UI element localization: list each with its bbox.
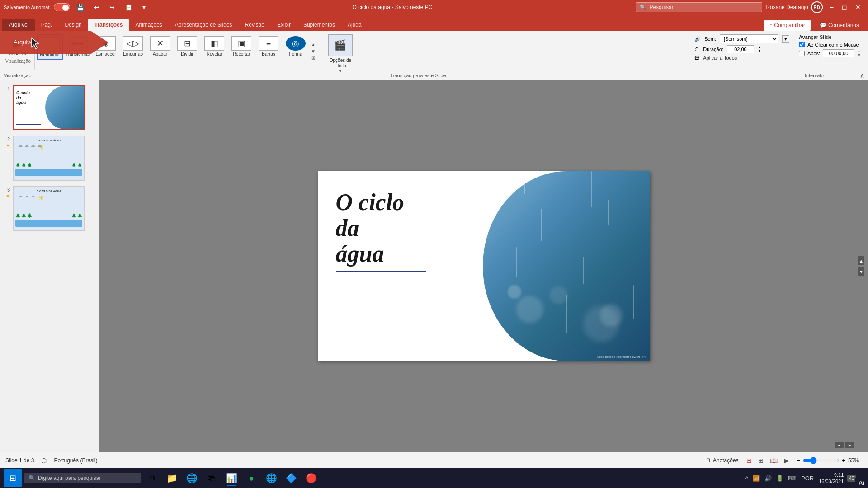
transition-esmaecer-icon: ◈ bbox=[96, 36, 116, 51]
tab-suplementos[interactable]: Suplementos bbox=[297, 19, 341, 31]
slide-thumbnail-1[interactable]: O ciclodaágua bbox=[13, 85, 85, 130]
after-up[interactable]: ▲ bbox=[857, 49, 861, 53]
zoom-slider[interactable] bbox=[803, 457, 839, 464]
taskbar-time[interactable]: 9:11 16/03/2021 bbox=[819, 472, 844, 485]
canvas-scroll-up[interactable]: ▲ bbox=[858, 256, 864, 265]
apply-all-button[interactable]: Aplicar a Todos bbox=[703, 55, 737, 61]
reading-view-button[interactable]: 📖 bbox=[768, 455, 780, 465]
network-icon[interactable]: 📶 bbox=[751, 474, 761, 483]
taskbar-app-explorer[interactable]: 📁 bbox=[163, 469, 181, 487]
rain-drops bbox=[483, 171, 650, 361]
taskbar-app-green[interactable]: ● bbox=[242, 469, 260, 487]
language-indicator[interactable]: POR bbox=[800, 474, 815, 483]
zoom-percent[interactable]: 55% bbox=[848, 457, 863, 464]
transition-empurrao-icon: ◁▷ bbox=[123, 36, 143, 51]
slide-star-3: ★ bbox=[6, 193, 10, 198]
canvas-scroll-right[interactable]: ► bbox=[845, 442, 854, 448]
transition-revelar[interactable]: ◧ Revelar bbox=[201, 34, 227, 58]
zoom-out-button[interactable]: − bbox=[797, 457, 800, 464]
taskbar-app-blue[interactable]: 🔷 bbox=[282, 469, 300, 487]
tab-apresentacao[interactable]: Apresentação de Slides bbox=[169, 19, 239, 31]
transition-esmaecer[interactable]: ◈ Esmaecer bbox=[93, 34, 119, 58]
tab-animacoes[interactable]: Animações bbox=[129, 19, 168, 31]
duration-input[interactable] bbox=[727, 45, 754, 53]
gallery-expand[interactable]: ⊞ bbox=[310, 55, 317, 61]
on-click-checkbox[interactable] bbox=[799, 42, 805, 47]
slide-thumb-1[interactable]: 1 O ciclodaágua bbox=[2, 84, 97, 131]
share-button[interactable]: ↑ Compartilhar bbox=[764, 20, 811, 31]
customize-button[interactable]: ▾ bbox=[139, 2, 149, 13]
after-time-input[interactable] bbox=[823, 49, 854, 57]
after-down[interactable]: ▼ bbox=[857, 53, 861, 57]
effect-options-button[interactable]: 🎬 bbox=[328, 34, 353, 56]
transition-apagar[interactable]: ✕ Apagar bbox=[147, 34, 173, 58]
notes-button[interactable]: 🗒 Anotações bbox=[706, 457, 739, 464]
save-button[interactable]: 💾 bbox=[73, 2, 88, 13]
transition-recortar[interactable]: ▣ Recortar bbox=[228, 34, 255, 58]
minimize-button[interactable]: − bbox=[826, 2, 837, 13]
slide-canvas[interactable]: O ciclo da água bbox=[318, 171, 650, 361]
transition-none[interactable]: □ Nenhuma bbox=[37, 34, 63, 60]
slide-thumb-3[interactable]: 3 ★ O CICLO DA ÁGUA ☀ ☁ ☁ ☁ 🌲 🌲 🌲 bbox=[2, 185, 97, 232]
gallery-scroll-up[interactable]: ▲ bbox=[310, 42, 317, 47]
transition-forma[interactable]: ◎ Forma bbox=[283, 34, 309, 58]
ribbon-collapse-button[interactable]: ∧ bbox=[860, 72, 864, 79]
taskbar-app-edge[interactable]: 🌐 bbox=[183, 469, 201, 487]
avatar[interactable]: RD bbox=[811, 1, 823, 13]
sound-select[interactable]: [Sem som] bbox=[720, 34, 778, 43]
after-checkbox[interactable] bbox=[799, 51, 805, 56]
duration-down[interactable]: ▼ bbox=[758, 49, 761, 53]
sys-icons: ^ 📶 🔊 🔋 ⌨ POR bbox=[744, 474, 815, 483]
undo-button[interactable]: ↩ bbox=[90, 2, 103, 13]
battery-icon[interactable]: 🔋 bbox=[775, 474, 785, 483]
transition-empurrao[interactable]: ◁▷ Empurrão bbox=[120, 34, 146, 58]
taskbar-app-store[interactable]: 🛍 bbox=[203, 469, 221, 487]
task-view-button[interactable]: ⧉ bbox=[143, 469, 161, 487]
zoom-in-button[interactable]: + bbox=[842, 457, 845, 464]
preview-button[interactable]: ▶ Visualizar bbox=[5, 34, 30, 57]
taskbar-app-red2[interactable]: 🔴 bbox=[302, 469, 320, 487]
taskbar-app-powerpoint[interactable]: 📊 bbox=[222, 469, 241, 487]
transition-barras[interactable]: ≡ Barras bbox=[255, 34, 282, 58]
taskbar-search[interactable]: 🔍 Digite aqui para pesquisar bbox=[24, 473, 141, 483]
comments-button[interactable]: 💬 Comentários bbox=[814, 20, 864, 31]
search-bar[interactable]: 🔍 Pesquisar bbox=[636, 2, 762, 12]
grid-view-button[interactable]: ⊞ bbox=[756, 455, 766, 465]
canvas-scroll-left[interactable]: ◄ bbox=[835, 442, 844, 448]
close-button[interactable]: ✕ bbox=[852, 2, 864, 13]
quick-access-button[interactable]: 📋 bbox=[121, 2, 136, 13]
tab-exibir[interactable]: Exibir bbox=[271, 19, 297, 31]
taskbar-search-icon: 🔍 bbox=[28, 475, 35, 481]
slide-thumbnail-2[interactable]: O CICLO DA ÁGUA ☀ ☁ ☁ ☁ ☁ 🌲 🌲 🌲 🌲 bbox=[13, 136, 85, 181]
canvas-area: ▲ ▼ ◄ ► O ciclo da água bbox=[99, 80, 868, 452]
zoom-control: − + 55% bbox=[797, 457, 863, 464]
gallery-scroll-down[interactable]: ▼ bbox=[310, 48, 317, 54]
sound-dropdown[interactable]: ▾ bbox=[782, 35, 789, 43]
autosave-toggle[interactable] bbox=[54, 3, 70, 11]
tab-design[interactable]: Design bbox=[58, 19, 88, 31]
tab-arquivo[interactable]: Arquivo bbox=[2, 19, 35, 31]
tab-revisao[interactable]: Revisão bbox=[239, 19, 271, 31]
language-label[interactable]: Português (Brasil) bbox=[54, 457, 97, 464]
effect-options-dropdown-icon[interactable]: ▾ bbox=[339, 69, 341, 74]
title-bar: Salvamento Automát. 💾 ↩ ↪ 📋 ▾ O ciclo da… bbox=[0, 0, 868, 14]
powerpoint-icon: 📊 bbox=[226, 473, 237, 483]
taskbar-app-chrome[interactable]: 🌐 bbox=[262, 469, 280, 487]
volume-icon[interactable]: 🔊 bbox=[763, 474, 773, 483]
slide-thumbnail-3[interactable]: O CICLO DA ÁGUA ☀ ☁ ☁ ☁ 🌲 🌲 🌲 🌲 🌲 bbox=[13, 186, 85, 231]
chevron-up-icon[interactable]: ^ bbox=[744, 474, 750, 483]
redo-button[interactable]: ↪ bbox=[106, 2, 118, 13]
canvas-scroll-down[interactable]: ▼ bbox=[858, 267, 864, 276]
transition-recortar-icon: ▣ bbox=[231, 36, 251, 51]
tab-pagina[interactable]: Pág. bbox=[35, 19, 59, 31]
restore-button[interactable]: ◻ bbox=[838, 2, 851, 13]
tab-ajuda[interactable]: Ajuda bbox=[341, 19, 368, 31]
start-button[interactable]: ⊞ bbox=[4, 469, 22, 487]
slideshow-view-button[interactable]: ▶ bbox=[782, 455, 791, 465]
transition-dividir[interactable]: ⊟ Dividir bbox=[174, 34, 200, 58]
slide-thumb-2[interactable]: 2 ★ O CICLO DA ÁGUA ☀ ☁ ☁ ☁ ☁ 🌲 🌲 bbox=[2, 135, 97, 182]
keyboard-icon[interactable]: ⌨ bbox=[787, 474, 798, 483]
tab-transicoes[interactable]: Transições bbox=[88, 19, 129, 31]
transition-transformar[interactable]: ⟷ Transformar bbox=[64, 34, 92, 58]
normal-view-button[interactable]: ⊟ bbox=[744, 455, 754, 465]
